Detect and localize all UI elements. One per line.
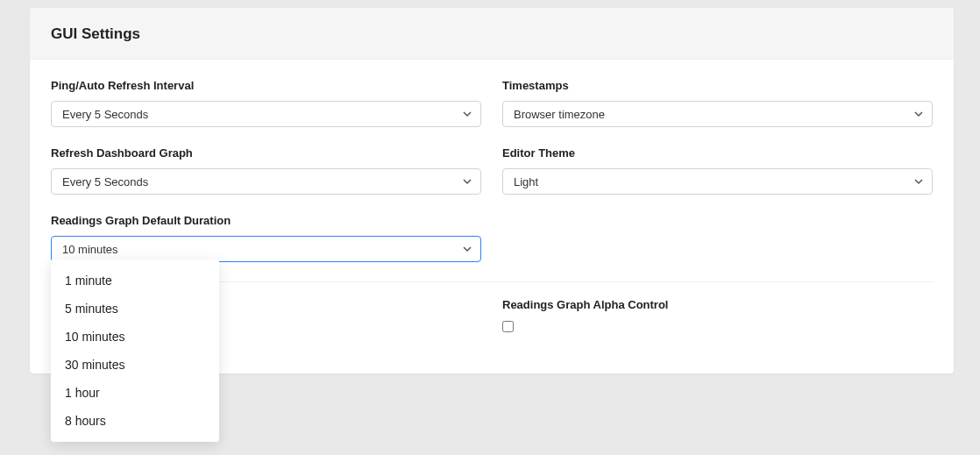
ping-interval-value: Every 5 Seconds — [62, 108, 148, 121]
checkbox-col-alpha: Readings Graph Alpha Control — [502, 298, 933, 336]
readings-duration-select[interactable]: 10 minutes — [51, 236, 481, 262]
refresh-graph-label: Refresh Dashboard Graph — [51, 146, 481, 160]
col-empty-right — [502, 214, 933, 262]
dropdown-option-1-minute[interactable]: 1 minute — [51, 267, 219, 295]
chevron-down-icon — [914, 177, 923, 186]
dropdown-option-30-minutes[interactable]: 30 minutes — [51, 351, 219, 379]
dropdown-option-10-minutes[interactable]: 10 minutes — [51, 323, 219, 351]
chevron-down-icon — [463, 245, 472, 253]
editor-theme-value: Light — [514, 175, 538, 188]
col-timestamps: Timestamps Browser timezone — [502, 79, 933, 127]
col-readings-duration: Readings Graph Default Duration 10 minut… — [51, 214, 481, 262]
col-refresh-graph: Refresh Dashboard Graph Every 5 Seconds — [51, 146, 481, 195]
readings-duration-dropdown: 1 minute 5 minutes 10 minutes 30 minutes… — [51, 259, 219, 442]
refresh-graph-value: Every 5 Seconds — [62, 175, 148, 188]
dropdown-option-5-minutes[interactable]: 5 minutes — [51, 295, 219, 323]
chevron-down-icon — [914, 110, 923, 118]
chevron-down-icon — [463, 110, 472, 118]
timestamps-label: Timestamps — [502, 79, 933, 92]
readings-duration-value: 10 minutes — [62, 243, 118, 256]
ping-interval-label: Ping/Auto Refresh Interval — [51, 79, 481, 92]
row-2: Refresh Dashboard Graph Every 5 Seconds … — [51, 146, 933, 195]
row-1: Ping/Auto Refresh Interval Every 5 Secon… — [51, 79, 933, 127]
col-ping-interval: Ping/Auto Refresh Interval Every 5 Secon… — [51, 79, 481, 127]
editor-theme-label: Editor Theme — [502, 146, 933, 160]
readings-duration-label: Readings Graph Default Duration — [51, 214, 481, 227]
dropdown-option-1-hour[interactable]: 1 hour — [51, 379, 219, 407]
panel-header: GUI Settings — [30, 8, 954, 60]
row-3: Readings Graph Default Duration 10 minut… — [51, 214, 933, 262]
timestamps-value: Browser timezone — [514, 108, 605, 121]
panel-title: GUI Settings — [51, 25, 933, 43]
dropdown-option-8-hours[interactable]: 8 hours — [51, 407, 219, 435]
refresh-graph-select[interactable]: Every 5 Seconds — [51, 168, 481, 195]
chevron-down-icon — [463, 177, 472, 186]
timestamps-select[interactable]: Browser timezone — [502, 101, 933, 127]
alpha-control-checkbox[interactable] — [502, 321, 514, 332]
ping-interval-select[interactable]: Every 5 Seconds — [51, 101, 481, 127]
alpha-control-label: Readings Graph Alpha Control — [502, 298, 933, 311]
col-editor-theme: Editor Theme Light — [502, 146, 933, 195]
editor-theme-select[interactable]: Light — [502, 168, 933, 195]
